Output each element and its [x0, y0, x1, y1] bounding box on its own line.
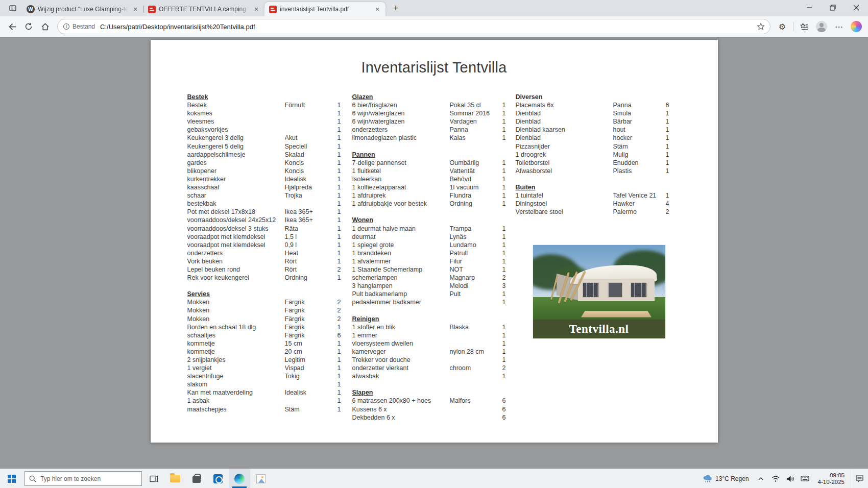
close-tab-icon[interactable]: ✕	[373, 5, 381, 13]
copilot-icon[interactable]	[849, 19, 864, 34]
item-brand: Färgrik	[285, 315, 328, 323]
item-name: 1 fluitketel	[352, 167, 450, 175]
item-name: Placemats 6x	[516, 101, 613, 109]
task-view-button[interactable]	[143, 469, 164, 488]
new-tab-button[interactable]: +	[389, 1, 403, 15]
network-icon[interactable]	[770, 472, 781, 486]
weather-widget[interactable]: 13°C Regen	[701, 475, 751, 483]
item-qty: 1	[328, 249, 341, 257]
item-name: Dienblad	[516, 117, 613, 126]
item-name: aardappelschilmesje	[187, 151, 285, 159]
inventory-row: 1 branddekenPatrull1	[352, 249, 506, 257]
close-tab-icon[interactable]: ✕	[252, 5, 260, 13]
address-bar[interactable]: Bestand C:/Users/patri/Desktop/inventari…	[57, 19, 770, 34]
file-explorer-icon[interactable]	[164, 469, 186, 488]
inventory-row: Borden en schaal 18 dlgFärgrik1	[187, 323, 341, 331]
inventory-row: onderzettersHeat1	[187, 249, 341, 257]
tab-inventarislijst-pdf[interactable]: inventarislijst Tentvilla.pdf ✕	[264, 2, 385, 16]
item-name: Mokken	[187, 298, 285, 306]
item-qty: 2	[328, 315, 341, 323]
inventory-row: 1 afvalemmerFilur1	[352, 257, 506, 265]
item-qty: 1	[328, 134, 341, 142]
item-brand: Stäm	[285, 405, 328, 413]
favorites-icon[interactable]	[797, 19, 812, 34]
extensions-icon[interactable]: ⚙	[775, 19, 790, 34]
item-qty: 1	[493, 348, 506, 356]
back-icon[interactable]	[4, 18, 20, 35]
pdf-viewer-background[interactable]: Inventarislijst Tentvilla BestekBestekFö…	[0, 37, 868, 469]
section-title: Buiten	[516, 183, 669, 191]
close-tab-icon[interactable]: ✕	[131, 5, 139, 13]
favorite-star-icon[interactable]	[757, 22, 765, 31]
inventory-row: vleesmes1	[187, 117, 341, 126]
item-qty: 1	[493, 159, 506, 167]
item-brand: Idealisk	[285, 388, 328, 397]
section-title: Pannen	[352, 151, 506, 159]
item-brand: Plastis	[613, 167, 656, 175]
item-name: 1 branddeken	[352, 249, 450, 257]
more-menu-icon[interactable]: ⋯	[831, 19, 847, 34]
item-qty: 1	[328, 191, 341, 200]
item-qty: 1	[328, 388, 341, 397]
photos-icon[interactable]	[250, 469, 272, 488]
inventory-section: Pannen7-delige pannensetOumbärlig11 flui…	[352, 151, 506, 208]
item-name: schaaltjes	[187, 331, 285, 339]
item-qty: 1	[493, 257, 506, 265]
item-brand: Ordning	[285, 274, 328, 282]
close-window-button[interactable]	[845, 0, 868, 15]
restore-button[interactable]	[821, 0, 845, 15]
hidden-icons-chevron[interactable]	[756, 472, 766, 486]
keyboard-icon[interactable]	[800, 472, 810, 486]
item-name: vloersysteem dweilen	[352, 339, 450, 348]
item-qty: 1	[493, 191, 506, 200]
profile-avatar[interactable]	[814, 19, 829, 34]
taskbar-search-input[interactable]: Typ hier om te zoeken	[25, 471, 142, 486]
tab-wordpress-product[interactable]: W Wijzig product "Luxe Glamping-te ✕	[22, 2, 143, 16]
inventory-row: pedaalemmer badkamer1	[352, 298, 506, 306]
outlook-icon[interactable]	[207, 469, 229, 488]
item-brand: Vardagen	[450, 117, 493, 126]
item-qty: 1	[493, 225, 506, 233]
home-icon[interactable]	[37, 18, 53, 35]
item-brand: Lundamo	[450, 241, 493, 249]
item-qty: 6	[493, 405, 506, 413]
item-brand: Trojka	[285, 191, 328, 200]
inventory-row: 1 fluitketelVattentät1	[352, 167, 506, 175]
store-icon[interactable]	[186, 469, 207, 488]
item-name: 6 bier/frisglazen	[352, 101, 450, 109]
volume-icon[interactable]	[785, 472, 795, 486]
item-qty: 1	[493, 200, 506, 208]
item-brand: Mulig	[613, 151, 656, 159]
minimize-button[interactable]	[798, 0, 821, 15]
edge-icon[interactable]	[229, 469, 250, 488]
item-brand: Malfors	[450, 397, 493, 405]
clock[interactable]: 09:05 4-10-2025	[815, 472, 848, 485]
inventory-row: DienbladBärbar1	[516, 117, 669, 126]
item-qty: 1	[656, 117, 669, 126]
item-name: Pizzasnijder	[516, 142, 613, 151]
item-brand: Magnarp	[450, 274, 493, 282]
item-brand: Sommar 2016	[450, 109, 493, 117]
item-qty: 1	[328, 257, 341, 265]
start-button[interactable]	[0, 469, 23, 488]
inventory-row: 6 wijn/waterglazenSommar 20161	[352, 109, 506, 117]
item-name: 1 stoffer en blik	[352, 323, 450, 331]
inventory-row: slakom1	[187, 380, 341, 388]
refresh-icon[interactable]	[20, 18, 37, 35]
item-qty: 1	[328, 159, 341, 167]
item-brand: Koncis	[285, 159, 328, 167]
item-qty: 2	[328, 306, 341, 314]
item-brand: Akut	[285, 134, 328, 142]
tab-offerte-pdf[interactable]: OFFERTE TENTVILLA camping Sch ✕	[143, 2, 264, 16]
item-brand: Ikea 365+	[285, 216, 328, 224]
notification-center-icon[interactable]	[851, 469, 868, 488]
section-title: Servies	[187, 290, 341, 298]
inventory-row: IsoleerkanBehövd1	[352, 175, 506, 183]
tab-actions-icon[interactable]	[5, 2, 20, 15]
item-brand: Trampa	[450, 225, 493, 233]
inventory-row: DienbladSmula1	[516, 109, 669, 117]
item-brand	[450, 405, 493, 413]
item-name: Kussens 6 x	[352, 405, 450, 413]
item-name: 1 spiegel grote	[352, 241, 450, 249]
inventory-row: vooraadpot met klemdeksel1,5 l1	[187, 233, 341, 241]
